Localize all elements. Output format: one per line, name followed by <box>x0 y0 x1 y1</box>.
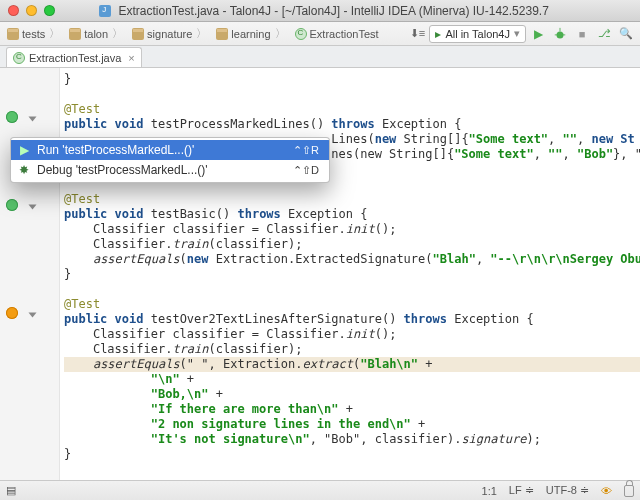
close-tab-icon[interactable]: × <box>128 52 134 64</box>
titlebar: ExtractionTest.java - Talon4J - [~/Talon… <box>0 0 640 22</box>
tab-extractiontest[interactable]: ExtractionTest.java × <box>6 47 142 67</box>
breadcrumb-item[interactable]: signature〉 <box>129 26 211 41</box>
navigation-bar: tests〉 talon〉 signature〉 learning〉 Extra… <box>0 22 640 46</box>
run-gutter-icon[interactable] <box>6 199 18 211</box>
folder-icon <box>7 28 19 40</box>
vcs-button[interactable]: ⎇ <box>594 24 614 44</box>
status-bar: ▤ 1:1 LF ≑ UTF-8 ≑ 👁 <box>0 480 640 500</box>
context-menu: ▶ Run 'testProcessMarkedL...()' ⌃⇧R ✸ De… <box>10 137 330 183</box>
breadcrumb-item[interactable]: tests〉 <box>4 26 64 41</box>
context-menu-run[interactable]: ▶ Run 'testProcessMarkedL...()' ⌃⇧R <box>11 140 329 160</box>
menu-item-label: Debug 'testProcessMarkedL...()' <box>37 163 208 177</box>
folder-icon <box>69 28 81 40</box>
stop-button[interactable]: ■ <box>572 24 592 44</box>
folder-icon <box>216 28 228 40</box>
fold-toggle-icon[interactable] <box>29 313 37 318</box>
editor: } @Test public void testProcessMarkedLin… <box>0 68 640 480</box>
lock-icon[interactable] <box>624 485 634 497</box>
run-config-label: All in Talon4J <box>445 28 510 40</box>
run-icon: ▸ <box>435 27 441 41</box>
run-button[interactable]: ▶ <box>528 24 548 44</box>
menu-item-shortcut: ⌃⇧D <box>293 164 319 177</box>
make-button[interactable]: ⬇︎≡ <box>407 24 427 44</box>
run-gutter-icon[interactable] <box>6 111 18 123</box>
line-separator[interactable]: LF ≑ <box>509 484 534 497</box>
bug-icon: ✸ <box>17 163 31 177</box>
debug-button[interactable] <box>550 24 570 44</box>
caret-position[interactable]: 1:1 <box>482 485 497 497</box>
chevron-down-icon: ▾ <box>514 27 520 40</box>
run-icon: ▶ <box>17 143 31 157</box>
file-type-icon <box>99 5 111 17</box>
window-title-text: ExtractionTest.java - Talon4J - [~/Talon… <box>119 4 549 18</box>
file-encoding[interactable]: UTF-8 ≑ <box>546 484 589 497</box>
breadcrumb-item[interactable]: ExtractionTest <box>292 28 382 40</box>
bug-icon <box>553 27 567 41</box>
breadcrumb-item[interactable]: talon〉 <box>66 26 127 41</box>
run-configuration-dropdown[interactable]: ▸ All in Talon4J ▾ <box>429 25 526 43</box>
folder-icon <box>132 28 144 40</box>
search-button[interactable]: 🔍 <box>616 24 636 44</box>
svg-point-0 <box>557 31 564 38</box>
fold-toggle-icon[interactable] <box>29 205 37 210</box>
gutter[interactable] <box>0 68 60 480</box>
class-icon <box>295 28 307 40</box>
editor-tabs: ExtractionTest.java × <box>0 46 640 68</box>
structure-tool-icon[interactable]: ▤ <box>6 484 16 497</box>
warning-gutter-icon[interactable] <box>6 307 18 319</box>
fold-toggle-icon[interactable] <box>29 117 37 122</box>
inspection-indicator-icon[interactable]: 👁 <box>601 485 612 497</box>
context-menu-debug[interactable]: ✸ Debug 'testProcessMarkedL...()' ⌃⇧D <box>11 160 329 180</box>
window-title: ExtractionTest.java - Talon4J - [~/Talon… <box>8 4 640 18</box>
code-area[interactable]: } @Test public void testProcessMarkedLin… <box>60 68 640 480</box>
menu-item-shortcut: ⌃⇧R <box>293 144 319 157</box>
tab-label: ExtractionTest.java <box>29 52 121 64</box>
class-icon <box>13 52 25 64</box>
menu-item-label: Run 'testProcessMarkedL...()' <box>37 143 194 157</box>
breadcrumb-item[interactable]: learning〉 <box>213 26 289 41</box>
